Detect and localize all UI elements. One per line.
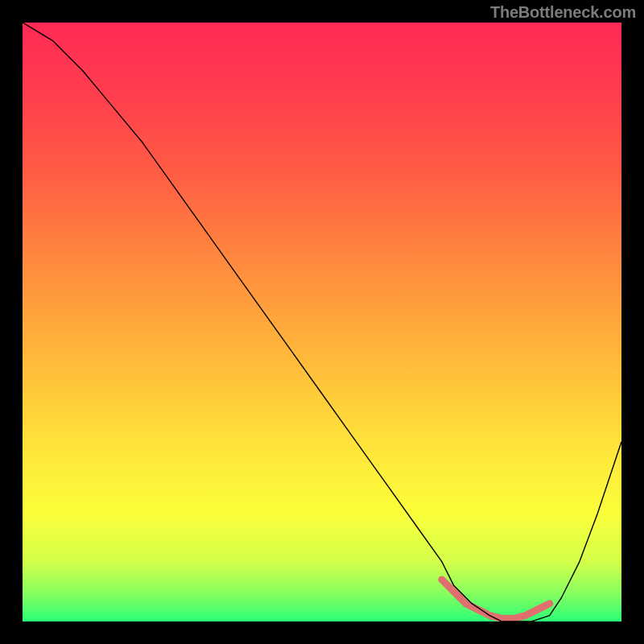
- watermark-text: TheBottleneck.com: [490, 3, 636, 22]
- chart-stage: TheBottleneck.com: [0, 0, 644, 644]
- bottleneck-chart: [23, 23, 621, 621]
- gradient-background: [23, 23, 621, 621]
